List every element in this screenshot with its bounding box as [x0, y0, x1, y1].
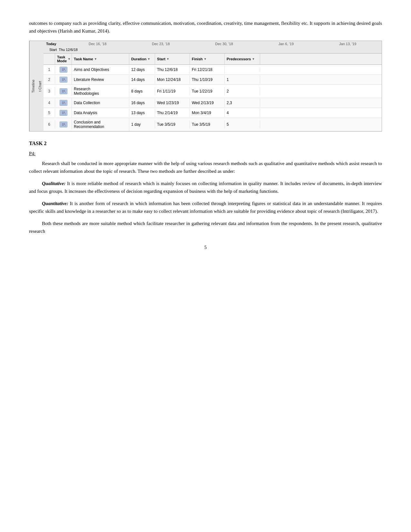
table-row: 1 Aims and Objectives 12 days Thu 12/6/1…: [44, 65, 382, 75]
task-mode-icon: [60, 100, 67, 106]
gantt-chart: Timeline t Chart Today Dec 16, '18 Dec 2…: [29, 41, 382, 132]
col-header-mode[interactable]: Task Mode ▼: [55, 54, 72, 64]
quantitative-text: It is another form of research in which …: [29, 201, 382, 214]
cell-taskname: Conclusion andRecommendation: [72, 118, 129, 131]
gantt-rows: 1 Aims and Objectives 12 days Thu 12/6/1…: [44, 65, 382, 131]
cell-duration: 12 days: [129, 65, 155, 74]
cell-duration: 13 days: [129, 109, 155, 117]
cell-mode: [55, 120, 72, 129]
col-header-finish[interactable]: Finish ▼: [190, 54, 225, 64]
qualitative-label: Qualitative:: [42, 181, 65, 186]
cell-start: Thu 2/14/19: [155, 109, 190, 117]
cell-predecessors: 4: [225, 109, 260, 117]
cell-num: 6: [44, 120, 55, 129]
date-3: Dec 30, '18: [215, 42, 233, 46]
qualitative-text-content: It is more reliable method of research w…: [29, 181, 382, 194]
cell-finish: Thu 1/10/19: [190, 75, 225, 84]
cell-predecessors: 2,3: [225, 99, 260, 107]
cell-mode: [55, 65, 72, 74]
cell-finish: Tue 3/5/19: [190, 120, 225, 129]
cell-taskname: Aims and Objectives: [72, 65, 129, 74]
col-header-start[interactable]: Start ▼: [155, 54, 190, 64]
cell-predecessors: 1: [225, 75, 260, 84]
cell-taskname: Data Analysis: [72, 109, 129, 117]
cell-duration: 16 days: [129, 99, 155, 107]
cell-finish: Mon 3/4/19: [190, 109, 225, 117]
gantt-start-info: Start Thu 12/6/18: [47, 47, 382, 53]
quantitative-label: Quantitative:: [42, 201, 68, 206]
task2-qualitative-para: Qualitative: It is more reliable method …: [29, 180, 382, 195]
cell-duration: 1 day: [129, 120, 155, 129]
task2-last-para: Both these methods are more suitable met…: [29, 220, 382, 235]
cell-num: 3: [44, 87, 55, 95]
cell-num: 5: [44, 109, 55, 117]
cell-mode: [55, 86, 72, 96]
cell-start: Fri 1/11/19: [155, 87, 190, 95]
cell-start: Wed 1/23/19: [155, 99, 190, 107]
cell-mode: [55, 108, 72, 118]
gantt-chart-label: t Chart: [36, 41, 44, 131]
task-mode-icon: [60, 77, 67, 83]
cell-mode: [55, 98, 72, 108]
cell-finish: Tue 1/22/19: [190, 87, 225, 95]
duration-dropdown[interactable]: ▼: [147, 57, 150, 61]
cell-num: 1: [44, 65, 55, 74]
table-row: 6 Conclusion andRecommendation 1 day Tue…: [44, 118, 382, 131]
gantt-today-label: Today: [46, 42, 56, 46]
task-mode-dropdown[interactable]: ▼: [68, 57, 71, 61]
date-4: Jan 6, '19: [279, 42, 294, 46]
gantt-date-labels: Dec 16, '18 Dec 23, '18 Dec 30, '18 Jan …: [66, 42, 379, 46]
cell-num: 2: [44, 75, 55, 84]
cell-predecessors: [225, 68, 260, 72]
intro-paragraph: outcomes to company such as providing cl…: [29, 19, 382, 35]
cell-taskname: ResearchMethodologies: [72, 85, 129, 98]
gantt-timeline-bar: Today Dec 16, '18 Dec 23, '18 Dec 30, '1…: [44, 41, 382, 47]
cell-finish: Fri 12/21/18: [190, 65, 225, 74]
task-mode-icon: [60, 110, 67, 116]
col-header-duration[interactable]: Duration ▼: [129, 54, 155, 64]
gantt-timeline-header: Today Dec 16, '18 Dec 23, '18 Dec 30, '1…: [44, 41, 382, 54]
table-row: 3 ResearchMethodologies 8 days Fri 1/11/…: [44, 85, 382, 98]
date-1: Dec 16, '18: [89, 42, 106, 46]
date-5: Jan 13, '19: [339, 42, 356, 46]
finish-dropdown[interactable]: ▼: [204, 57, 207, 61]
task-mode-icon: [60, 88, 67, 94]
cell-mode: [55, 75, 72, 84]
gantt-timeline-label: Timeline: [29, 41, 36, 131]
cell-duration: 8 days: [129, 87, 155, 95]
table-row: 5 Data Analysis 13 days Thu 2/14/19 Mon …: [44, 108, 382, 118]
date-2: Dec 23, '18: [152, 42, 170, 46]
cell-taskname: Data Collection: [72, 99, 129, 107]
page-number: 5: [29, 245, 382, 250]
task-mode-icon: [60, 67, 67, 73]
col-header-num: [44, 54, 55, 64]
cell-num: 4: [44, 99, 55, 107]
table-row: 4 Data Collection 16 days Wed 1/23/19 We…: [44, 98, 382, 108]
cell-predecessors: 5: [225, 120, 260, 129]
cell-finish: Wed 2/13/19: [190, 99, 225, 107]
cell-duration: 14 days: [129, 75, 155, 84]
table-row: 2 Literature Review 14 days Mon 12/24/18: [44, 75, 382, 85]
cell-start: Tue 3/5/19: [155, 120, 190, 129]
col-header-name[interactable]: Task Name ▼: [72, 54, 129, 64]
cell-predecessors: 2: [225, 87, 260, 95]
task-name-dropdown[interactable]: ▼: [94, 57, 97, 61]
gantt-main-area: Today Dec 16, '18 Dec 23, '18 Dec 30, '1…: [44, 41, 382, 131]
predecessors-dropdown[interactable]: ▼: [252, 57, 255, 61]
p4-label: P4:: [29, 151, 382, 156]
task2-quantitative-para: Quantitative: It is another form of rese…: [29, 200, 382, 215]
start-dropdown[interactable]: ▼: [166, 57, 169, 61]
gantt-column-headers: Task Mode ▼ Task Name ▼ Duration ▼ Start…: [44, 54, 382, 65]
cell-start: Thu 12/6/18: [155, 65, 190, 74]
cell-start: Mon 12/24/18: [155, 75, 190, 84]
task2-para1: Research shall be conducted in more appr…: [29, 160, 382, 175]
col-header-predecessors[interactable]: Predecessors ▼: [225, 54, 260, 64]
task2-heading: TASK 2: [29, 141, 382, 146]
cell-taskname: Literature Review: [72, 75, 129, 84]
task-mode-icon: [60, 122, 67, 127]
